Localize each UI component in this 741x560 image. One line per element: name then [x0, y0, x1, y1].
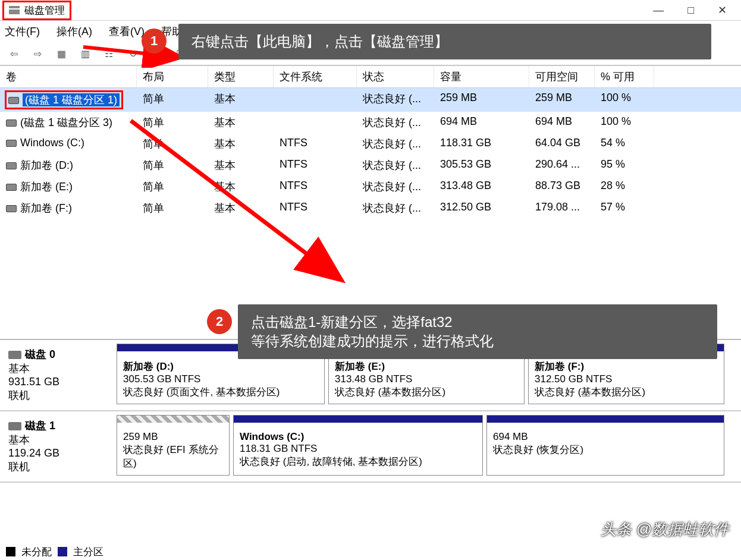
table-row[interactable]: (磁盘 1 磁盘分区 3)简单基本状态良好 (...694 MB694 MB10…	[0, 112, 741, 133]
forward-icon[interactable]: ⇨	[30, 46, 45, 61]
menu-file[interactable]: 文件(F)	[5, 24, 40, 39]
step-2-number: 2	[207, 309, 232, 334]
step-2-line1: 点击磁盘1-新建分区，选择fat32	[251, 313, 494, 332]
watermark: 头条 @数据蛙软件	[601, 519, 729, 540]
svg-line-0	[83, 47, 178, 57]
annotation-step-1: 1 右键点击【此电脑】，点击【磁盘管理】	[178, 24, 711, 59]
table-row[interactable]: 新加卷 (E:)简单基本NTFS状态良好 (...313.48 GB88.73 …	[0, 176, 741, 197]
disk-info[interactable]: 磁盘 0 基本931.51 GB联机	[0, 340, 113, 410]
disk-partition[interactable]: 259 MB状态良好 (EFI 系统分区)	[117, 415, 230, 476]
close-button[interactable]: ✕	[718, 4, 727, 17]
legend-bar: 未分配 主分区	[0, 543, 741, 560]
disk-mgmt-icon	[9, 6, 20, 14]
col-percent[interactable]: % 可用	[595, 66, 654, 87]
title-bar: 磁盘管理 — □ ✕	[0, 0, 741, 21]
annotation-step-2: 2 点击磁盘1-新建分区，选择fat32 等待系统创建成功的提示，进行格式化	[238, 304, 717, 359]
window-controls: — □ ✕	[653, 4, 739, 17]
legend-unallocated: 未分配	[21, 545, 52, 559]
back-icon[interactable]: ⇦	[6, 46, 21, 61]
panel1-icon[interactable]: ▦	[54, 46, 69, 61]
step-1-number: 1	[142, 29, 167, 54]
volume-table: 卷 布局 类型 文件系统 状态 容量 可用空间 % 可用 (磁盘 1 磁盘分区 …	[0, 66, 741, 219]
title-highlight: 磁盘管理	[2, 1, 71, 20]
table-header: 卷 布局 类型 文件系统 状态 容量 可用空间 % 可用	[0, 66, 741, 88]
table-row[interactable]: (磁盘 1 磁盘分区 1)简单基本状态良好 (...259 MB259 MB10…	[0, 88, 741, 112]
col-volume[interactable]: 卷	[0, 66, 137, 87]
minimize-button[interactable]: —	[653, 4, 664, 17]
step-2-line2: 等待系统创建成功的提示，进行格式化	[251, 332, 494, 351]
disk-partition[interactable]: 694 MB状态良好 (恢复分区)	[486, 415, 724, 476]
col-type[interactable]: 类型	[208, 66, 274, 87]
disk-graphical-pane: 磁盘 0 基本931.51 GB联机 新加卷 (D:) 305.53 GB NT…	[0, 339, 741, 542]
legend-unallocated-icon	[6, 547, 15, 556]
table-row[interactable]: 新加卷 (D:)简单基本NTFS状态良好 (...305.53 GB290.64…	[0, 155, 741, 176]
menu-action[interactable]: 操作(A)	[56, 24, 92, 39]
col-status[interactable]: 状态	[357, 66, 434, 87]
col-layout[interactable]: 布局	[137, 66, 208, 87]
col-capacity[interactable]: 容量	[434, 66, 529, 87]
disk-row: 磁盘 1 基本119.24 GB联机 259 MB状态良好 (EFI 系统分区)…	[0, 411, 741, 483]
legend-primary: 主分区	[73, 545, 103, 559]
arrow-to-partition	[125, 118, 351, 290]
col-filesystem[interactable]: 文件系统	[274, 66, 357, 87]
svg-line-1	[131, 121, 339, 278]
maximize-button[interactable]: □	[687, 4, 694, 17]
table-body: (磁盘 1 磁盘分区 1)简单基本状态良好 (...259 MB259 MB10…	[0, 88, 741, 219]
step-1-text: 右键点击【此电脑】，点击【磁盘管理】	[191, 32, 448, 51]
disk-info[interactable]: 磁盘 1 基本119.24 GB联机	[0, 411, 113, 482]
disk-partition[interactable]: Windows (C:) 118.31 GB NTFS状态良好 (启动, 故障转…	[233, 415, 483, 476]
window-title: 磁盘管理	[24, 4, 65, 17]
table-row[interactable]: 新加卷 (F:)简单基本NTFS状态良好 (...312.50 GB179.08…	[0, 197, 741, 219]
table-row[interactable]: Windows (C:)简单基本NTFS状态良好 (...118.31 GB64…	[0, 133, 741, 155]
menu-view[interactable]: 查看(V)	[109, 24, 145, 39]
legend-primary-icon	[58, 547, 67, 556]
col-free[interactable]: 可用空间	[529, 66, 595, 87]
